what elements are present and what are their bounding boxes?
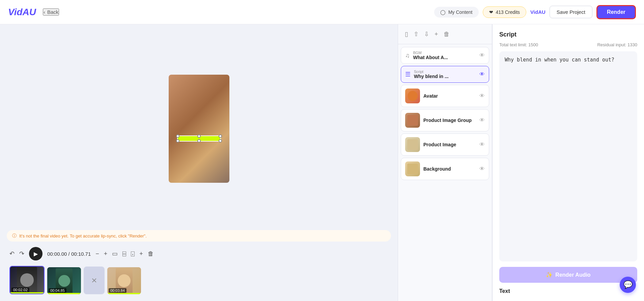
zoom-in-button[interactable]: + xyxy=(104,250,108,257)
move-down-button[interactable]: ⇩ xyxy=(423,29,430,39)
video-container xyxy=(169,75,229,183)
layer-name-script: Why blend in ... xyxy=(414,74,476,79)
render-button[interactable]: Render xyxy=(596,5,636,19)
script-textarea[interactable] xyxy=(499,51,637,261)
layer-name-product-group: Product Image Group xyxy=(423,118,476,123)
background-thumbnail xyxy=(405,161,420,176)
layer-info-product-group: Product Image Group xyxy=(423,118,476,123)
video-preview xyxy=(7,31,391,226)
layer-info-product-image: Product Image xyxy=(423,142,476,147)
redo-button[interactable]: ↷ xyxy=(19,250,24,257)
timeline-thumb-3[interactable]: ⨯ xyxy=(84,267,105,294)
fit-button[interactable]: ▭ xyxy=(112,250,118,257)
sparkle-icon: ✨ xyxy=(546,272,553,278)
layer-name-bgm: What About A... xyxy=(413,55,476,60)
handle-dot-tm[interactable] xyxy=(197,134,201,138)
thumb-bar-1 xyxy=(10,292,44,294)
thumb-bar-2 xyxy=(47,293,81,294)
handle-dot-bm[interactable] xyxy=(197,139,201,143)
product-group-thumbnail xyxy=(405,113,420,128)
info-icon: ⓘ xyxy=(12,233,17,239)
handle-dot-tr[interactable] xyxy=(219,134,222,138)
thumb-duration-2: 00:04.85 xyxy=(49,288,66,293)
play-button[interactable]: ▶ xyxy=(29,247,43,260)
selection-handle[interactable] xyxy=(177,135,221,142)
layer-name-product-image: Product Image xyxy=(423,142,476,147)
save-project-button[interactable]: Save Project xyxy=(550,6,592,18)
layer-eye-product-image[interactable]: 👁 xyxy=(479,142,485,148)
layer-name-background: Background xyxy=(423,166,476,172)
layer-item-avatar[interactable]: Avatar 👁 xyxy=(401,85,489,107)
video-placeholder xyxy=(169,75,229,183)
handle-dot-br[interactable] xyxy=(219,139,222,143)
back-chevron-icon: ‹ xyxy=(44,9,45,15)
credits-button[interactable]: ❤ 413 Credits xyxy=(483,6,527,18)
total-time: 00:10.71 xyxy=(71,251,91,257)
add-layer-button[interactable]: + xyxy=(433,29,440,39)
heart-icon: ❤ xyxy=(489,9,493,15)
text-section-title: Text xyxy=(499,288,637,294)
handle-dot-tl[interactable] xyxy=(176,134,179,138)
info-banner-text: It's not the final video yet. To get acc… xyxy=(19,233,147,239)
delete-clip-button[interactable]: 🗑 xyxy=(148,250,154,257)
avatar-thumbnail xyxy=(405,89,420,103)
script-meta: Total text limit: 1500 Residual input: 1… xyxy=(499,42,637,47)
thumb-placeholder-3: ⨯ xyxy=(84,267,104,294)
chat-fab-button[interactable]: 💬 xyxy=(620,277,636,293)
layer-item-script[interactable]: ☰ Script Why blend in ... 👁 xyxy=(401,66,489,83)
total-text-limit: Total text limit: 1500 xyxy=(499,42,538,47)
time-display: 00:00.00 / 00:10.71 xyxy=(47,251,91,257)
timeline-thumb-2[interactable]: 00:04.85 xyxy=(47,267,81,294)
my-content-button[interactable]: ◯ My Content xyxy=(434,7,479,18)
undo-button[interactable]: ↶ xyxy=(9,250,15,257)
product-image-thumbnail xyxy=(405,137,420,152)
layer-name-avatar: Avatar xyxy=(423,93,476,99)
layer-eye-product-group[interactable]: 👁 xyxy=(479,117,485,123)
middle-panel: ▯ ⇧ ⇩ + 🗑 ♫ BGM What About A... 👁 ☰ Scri… xyxy=(398,24,492,301)
layer-item-bgm[interactable]: ♫ BGM What About A... 👁 xyxy=(401,47,489,64)
header-left: VidAU ‹ Back xyxy=(8,7,59,18)
timeline-controls: ↶ ↷ ▶ 00:00.00 / 00:10.71 − + ▭ ⌸ ⌺ + 🗑 xyxy=(7,247,391,260)
info-banner: ⓘ It's not the final video yet. To get a… xyxy=(7,230,391,242)
layer-info-script: Script Why blend in ... xyxy=(414,70,476,79)
render-audio-label: Render Audio xyxy=(555,272,590,278)
layer-toolbar: ▯ ⇧ ⇩ + 🗑 xyxy=(398,24,492,44)
layer-info-avatar: Avatar xyxy=(423,93,476,99)
thumb-duration-1: 00:02.02 xyxy=(11,287,29,292)
layer-eye-background[interactable]: 👁 xyxy=(479,166,485,172)
render-audio-button[interactable]: ✨ Render Audio xyxy=(499,267,637,283)
script-icon: ☰ xyxy=(405,71,411,78)
layer-item-product-group[interactable]: Product Image Group 👁 xyxy=(401,109,489,131)
handle-dot-bl[interactable] xyxy=(176,139,179,143)
move-up-button[interactable]: ⇧ xyxy=(412,29,420,39)
current-time: 00:00.00 xyxy=(47,251,67,257)
layer-eye-bgm[interactable]: 👁 xyxy=(479,52,485,58)
layer-eye-avatar[interactable]: 👁 xyxy=(479,93,485,99)
credits-label: 413 Credits xyxy=(496,9,520,15)
play-icon: ▶ xyxy=(34,251,38,257)
back-button[interactable]: ‹ Back xyxy=(43,8,59,16)
chat-icon: 💬 xyxy=(623,280,633,289)
app-logo: VidAU xyxy=(8,7,36,18)
layer-type-bgm: BGM xyxy=(413,51,476,55)
thumb-duration-4: 00:03.84 xyxy=(109,288,127,293)
my-content-label: My Content xyxy=(448,9,473,15)
script-title: Script xyxy=(499,31,637,38)
split-right-button[interactable]: ⌺ xyxy=(131,250,135,257)
layer-eye-script[interactable]: 👁 xyxy=(479,71,485,77)
layer-info-background: Background xyxy=(423,166,476,172)
split-left-button[interactable]: ⌸ xyxy=(122,250,126,257)
copy-layer-button[interactable]: ▯ xyxy=(403,29,410,39)
delete-layer-button[interactable]: 🗑 xyxy=(442,29,451,39)
timeline-thumb-1[interactable]: 00:02.02 xyxy=(9,266,45,294)
layer-list: ♫ BGM What About A... 👁 ☰ Script Why ble… xyxy=(398,44,492,301)
zoom-out-button[interactable]: − xyxy=(95,250,99,257)
timeline-thumb-4[interactable]: 00:03.84 xyxy=(107,267,141,294)
clock-icon: ◯ xyxy=(440,9,446,15)
back-label: Back xyxy=(47,9,58,15)
layer-item-background[interactable]: Background 👁 xyxy=(401,158,489,180)
left-panel: ⓘ It's not the final video yet. To get a… xyxy=(0,24,398,301)
residual-input: Residual input: 1330 xyxy=(597,42,637,47)
layer-item-product-image[interactable]: Product Image 👁 xyxy=(401,133,489,156)
add-clip-button[interactable]: + xyxy=(139,250,143,257)
